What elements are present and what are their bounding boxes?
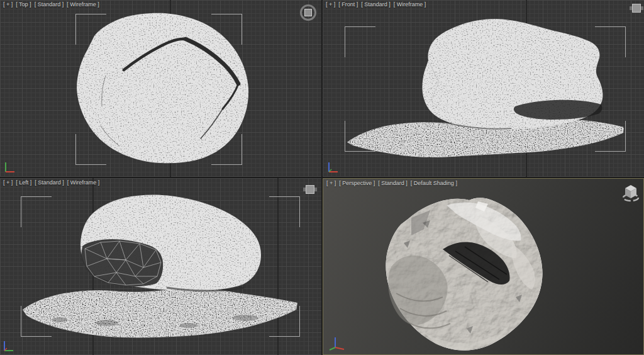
viewcube-icon[interactable] [632, 4, 641, 13]
viewport-perspective[interactable]: [ + ] [ Perspective ] [ Standard ] [ Def… [323, 178, 644, 355]
axis-tripod-icon [1, 159, 18, 175]
viewport-pov-menu[interactable]: [ Perspective ] [339, 180, 375, 187]
viewport-shading-menu[interactable]: [ Default Shading ] [411, 180, 457, 187]
viewcube-icon[interactable] [621, 183, 640, 205]
viewport-shading-menu[interactable]: [ Wireframe ] [67, 1, 99, 8]
scene-front-wireframe [323, 0, 644, 177]
rock-3d-shaded[interactable] [386, 198, 542, 350]
viewcube-icon[interactable] [306, 185, 314, 194]
viewport-label: [ + ] [ Left ] [ Standard ] [ Wireframe … [3, 179, 99, 186]
viewport-pov-menu[interactable]: [ Left ] [16, 179, 31, 186]
viewport-general-menu[interactable]: [ + ] [326, 1, 335, 8]
viewport-pov-menu[interactable]: [ Top ] [16, 1, 31, 8]
viewport-front[interactable]: [ + ] [ Front ] [ Standard ] [ Wireframe… [323, 0, 644, 177]
axis-tripod-icon [0, 337, 16, 354]
axis-tripod-icon [327, 332, 346, 351]
viewport-pov-menu[interactable]: [ Front ] [338, 1, 358, 8]
viewport-general-menu[interactable]: [ + ] [3, 179, 13, 186]
scene-left-wireframe [0, 178, 321, 355]
viewport-renderer-menu[interactable]: [ Standard ] [35, 1, 64, 8]
scene-top-wireframe [0, 0, 321, 177]
viewport-label: [ + ] [ Perspective ] [ Standard ] [ Def… [326, 180, 457, 187]
viewport-renderer-menu[interactable]: [ Standard ] [361, 1, 391, 8]
viewport-label: [ + ] [ Top ] [ Standard ] [ Wireframe ] [3, 1, 99, 8]
viewport-shading-menu[interactable]: [ Wireframe ] [67, 179, 100, 186]
rock-mesh-top-view[interactable] [77, 13, 248, 163]
viewport-shading-menu[interactable]: [ Wireframe ] [394, 1, 426, 8]
viewport-general-menu[interactable]: [ + ] [3, 1, 13, 8]
viewport-general-menu[interactable]: [ + ] [326, 180, 336, 187]
viewport-label: [ + ] [ Front ] [ Standard ] [ Wireframe… [326, 1, 426, 8]
unmeshed-dark-region [81, 239, 163, 286]
scene-perspective-shaded [323, 179, 643, 354]
rock-mesh-front-view[interactable] [347, 19, 624, 157]
viewport-renderer-menu[interactable]: [ Standard ] [378, 180, 408, 187]
viewport-quad-layout: [ + ] [ Top ] [ Standard ] [ Wireframe ] [0, 0, 644, 355]
viewport-left[interactable]: [ + ] [ Left ] [ Standard ] [ Wireframe … [0, 178, 321, 355]
viewcube-icon[interactable] [300, 4, 316, 21]
viewport-renderer-menu[interactable]: [ Standard ] [35, 179, 64, 186]
axis-tripod-icon [325, 159, 341, 175]
rock-mesh-left-view[interactable] [23, 195, 297, 338]
viewport-top[interactable]: [ + ] [ Top ] [ Standard ] [ Wireframe ] [0, 0, 321, 177]
